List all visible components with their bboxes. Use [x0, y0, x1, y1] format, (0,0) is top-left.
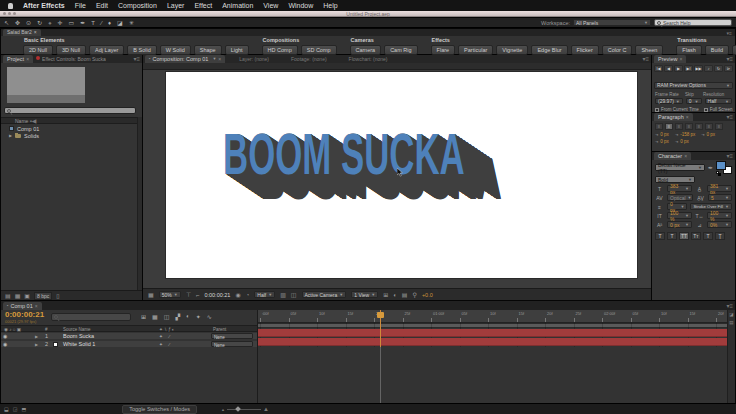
exposure-value[interactable]: +0.0 — [422, 292, 433, 298]
parent-dropdown[interactable]: None▼ — [211, 341, 253, 347]
sampling-switch-icon[interactable]: ∕ — [169, 341, 170, 348]
tab-paragraph[interactable]: Paragraph× — [654, 113, 693, 121]
project-scrollbar[interactable] — [137, 117, 142, 290]
script-button-flash[interactable]: Flash — [676, 45, 701, 55]
layer-duration-bar-1[interactable] — [258, 329, 727, 337]
panel-menu-icon[interactable]: ▾≡ — [642, 55, 651, 63]
zoom-dropdown[interactable]: 50%▼ — [159, 291, 181, 298]
project-item-row[interactable]: ▶Solids — [1, 132, 136, 139]
project-item-row[interactable]: Comp 01 — [1, 125, 136, 132]
space-after-field[interactable]: ⇥0 px — [675, 139, 689, 144]
tab-layer[interactable]: Layer: (none) — [239, 55, 269, 63]
close-icon[interactable]: × — [680, 55, 683, 63]
default-colors-icon[interactable] — [716, 171, 719, 174]
menu-item-composition[interactable]: Composition — [118, 2, 157, 9]
mini-flowchart-icon[interactable]: ⊞ — [141, 313, 146, 320]
toggle-switches-modes-button[interactable]: Toggle Switches / Modes — [122, 405, 197, 414]
frame-blending-icon[interactable]: ▞ — [175, 313, 180, 320]
first-frame-button[interactable]: Ι◀ — [654, 65, 663, 72]
composition-canvas[interactable]: BOOM SUCKA — [166, 72, 637, 278]
script-button-build[interactable]: Build — [705, 45, 729, 55]
layer-duration-bar-2[interactable] — [258, 338, 727, 346]
mask-visibility-icon[interactable]: ⌐ — [196, 292, 200, 298]
boom-sucka-text[interactable]: BOOM SUCKA — [223, 125, 465, 183]
panel-menu-icon[interactable]: ▾≡ — [726, 113, 735, 121]
tsume-value[interactable]: 0%▼ — [707, 221, 732, 228]
align-center-button[interactable]: ≡ — [665, 123, 673, 130]
script-button-hd-comp[interactable]: HD Comp — [262, 45, 298, 55]
panel-menu-icon[interactable]: ▾≡ — [726, 152, 735, 160]
orbit-tool-icon[interactable]: ↻ — [37, 18, 42, 28]
font-family-dropdown[interactable]: Bebas Neue (TT)▼ — [655, 164, 705, 171]
prev-frame-button[interactable]: ◀ — [664, 65, 673, 72]
tab-preview[interactable]: Preview× — [654, 55, 686, 63]
snapshot-icon[interactable]: ◉ — [235, 292, 240, 298]
transparency-grid-icon[interactable]: ◫ — [291, 292, 297, 298]
column-options-icon[interactable]: ▪◀ — [30, 118, 39, 124]
menu-app-name[interactable]: After Effects — [23, 2, 65, 9]
safe-zones-icon[interactable]: ⊤ — [186, 292, 191, 298]
graph-editor-icon[interactable]: ∿ — [207, 313, 212, 320]
fast-previews-icon[interactable]: ◐ — [393, 292, 397, 298]
brainstorm-icon[interactable]: ✦ — [196, 313, 201, 320]
layer-row-white-solid-1[interactable]: ◉▶2White Solid 1✦∕None▼ — [1, 341, 257, 348]
align-left-button[interactable]: ≡ — [655, 123, 663, 130]
disclosure-triangle-icon[interactable]: ▶ — [9, 133, 12, 138]
menu-item-file[interactable]: File — [75, 2, 86, 9]
layer-disclosure-icon[interactable]: ▶ — [35, 341, 38, 348]
time-ruler[interactable]: :00f05f10f15f20f25f01:00f05f10f15f20f25f… — [258, 310, 727, 323]
menu-item-effect[interactable]: Effect — [194, 2, 212, 9]
horizontal-scale-value[interactable]: 100 %▼ — [707, 212, 732, 219]
region-of-interest-icon[interactable]: ▥ — [280, 292, 286, 298]
justify-all-button[interactable]: ≡ — [715, 123, 723, 130]
script-button-particular[interactable]: Particular — [458, 45, 493, 55]
work-area-bar[interactable] — [258, 323, 727, 328]
full-screen-checkbox[interactable]: Full Screen — [704, 107, 733, 112]
close-icon[interactable]: × — [34, 29, 37, 36]
font-size-value[interactable]: 383 px▼ — [667, 185, 692, 192]
menu-item-window[interactable]: Window — [288, 2, 313, 9]
workspace-dropdown[interactable]: All Panels▼ — [573, 19, 651, 26]
faux-bold-button[interactable]: T — [655, 232, 665, 240]
preview-resolution-dropdown[interactable]: Half▼ — [705, 98, 732, 104]
layer-name[interactable]: White Solid 1 — [63, 341, 95, 348]
zoom-tool-icon[interactable]: ⊙ — [26, 18, 31, 28]
zoom-out-mountain-icon[interactable]: ▲ — [221, 407, 225, 412]
chevron-down-icon[interactable]: ▼ — [212, 55, 216, 63]
channels-icon[interactable]: ◔ — [246, 292, 250, 298]
from-current-time-checkbox[interactable]: From Current Time — [655, 107, 699, 112]
zoom-slider-handle[interactable] — [235, 406, 241, 412]
close-icon[interactable]: × — [684, 152, 687, 160]
baseline-shift-value[interactable]: 0 px▼ — [667, 221, 692, 228]
script-button-light[interactable]: Light — [225, 45, 249, 55]
script-button-color-c[interactable]: Color C — [602, 45, 633, 55]
pen-tool-icon[interactable]: ✒ — [80, 18, 85, 28]
last-frame-button[interactable]: ▶▶ — [694, 65, 703, 72]
subscript-button[interactable]: Ţ — [715, 232, 725, 240]
script-button-cam-rig[interactable]: Cam Rig — [384, 45, 417, 55]
justify-last-right-button[interactable]: ≡ — [705, 123, 713, 130]
frame-rate-dropdown[interactable]: (29.97)▼ — [655, 98, 683, 104]
flowchart-icon[interactable]: ⚲ — [412, 292, 416, 298]
tab-composition[interactable]: ▪ Composition: Comp 01 ▼ × — [145, 55, 225, 63]
brush-tool-icon[interactable]: ∕ — [101, 18, 102, 28]
composition-viewer[interactable]: BOOM SUCKA — [143, 70, 651, 288]
bit-depth-button[interactable]: 8 bpc — [34, 292, 52, 300]
motion-blur-icon[interactable]: ◐ — [186, 313, 190, 320]
panel-menu-icon[interactable]: ▾≡ — [133, 55, 142, 63]
tab-footage[interactable]: Footage: (none) — [291, 55, 327, 63]
script-button-sheen[interactable]: Sheen — [635, 45, 663, 55]
menu-item-animation[interactable]: Animation — [222, 2, 253, 9]
view-layout-dropdown[interactable]: 1 View▼ — [351, 291, 378, 298]
zoom-slider-track[interactable] — [227, 409, 261, 410]
first-line-indent-field[interactable]: ⇥0 px — [655, 139, 669, 144]
panel-menu-icon[interactable]: ▾≡ — [726, 55, 735, 63]
panel-menu-icon[interactable]: ▾≡ — [726, 302, 735, 310]
hide-shy-layers-icon[interactable]: ◫ — [164, 313, 170, 320]
draft-3d-icon[interactable]: ▦ — [152, 313, 158, 320]
project-columns-header[interactable]: Name ▪◀ — [1, 117, 142, 124]
ram-preview-button[interactable]: ⊳ — [724, 65, 733, 72]
tab-effect-controls[interactable]: Effect Controls: Boom Sucka — [42, 55, 106, 63]
indent-left-field[interactable]: ⇥0 px — [655, 132, 669, 137]
script-button-3d-null[interactable]: 3D Null — [56, 45, 86, 55]
